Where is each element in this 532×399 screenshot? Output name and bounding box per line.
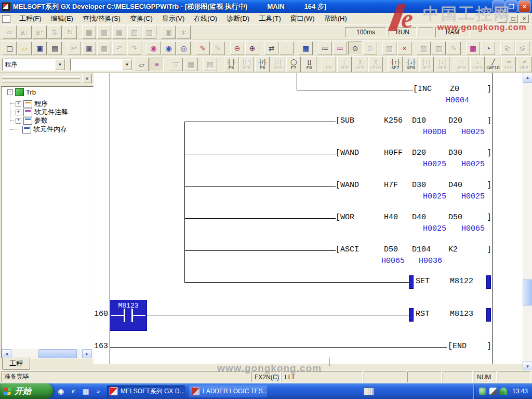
ladder-symbol-sF7[interactable]: ┤↑├sF7 <box>388 57 403 72</box>
toolbar-button-new-project[interactable]: ▢ <box>3 42 17 55</box>
toolbar-button-new-window[interactable]: ▱ <box>135 58 149 71</box>
taskbar-item-ladder-logic-test[interactable]: LADDER LOGIC TES... <box>189 385 267 397</box>
toolbar-button-zoom-in[interactable]: ⊕ <box>245 42 259 55</box>
toolbar-button-paste[interactable]: ▦ <box>97 42 111 55</box>
toolbar-button-macro-registration[interactable]: ▽ <box>169 58 183 71</box>
toolbar-button-cut[interactable]: ✂ <box>67 42 81 55</box>
start-button[interactable]: 开始 <box>0 383 53 399</box>
ladder-symbol-sF9[interactable]: │sF9 <box>337 57 352 72</box>
ladder-symbol-aF7[interactable]: ┤↑├aF7 <box>419 57 434 72</box>
toolbar-button-write-during-run[interactable]: ✎ <box>211 42 225 55</box>
ladder-symbol-F8[interactable]: [ ]F8 <box>302 57 316 72</box>
ladder-editor[interactable]: [INC Z0 ] H0004 [SUB K256 D10 D20 ] H00D… <box>94 73 523 364</box>
toolbar-button-scan-time-monitor[interactable]: ◔ <box>481 42 495 55</box>
scrollbar-thumb[interactable] <box>38 349 77 358</box>
ladder-symbol-aF5[interactable]: ↑aF5 <box>455 57 469 72</box>
ladder-symbol-F7[interactable]: ◯F7 <box>286 57 301 72</box>
toolbar-button-find-device-prev[interactable]: a↑ <box>33 25 47 39</box>
toolbar-button-project-data-list[interactable]: ≔ <box>318 42 332 55</box>
toolbar-button-edit-sfc[interactable]: ▨ <box>432 42 446 55</box>
ladder-symbol-F10[interactable]: ═F10 <box>501 57 516 72</box>
expand-icon[interactable]: + <box>16 101 21 107</box>
vertical-scrollbar[interactable]: ▲ ▼ <box>523 73 532 370</box>
menu-window[interactable]: 窗口(W) <box>286 13 320 24</box>
toolbar-button-ladder-monitor[interactable]: ◉ <box>147 42 161 55</box>
toolbar-button-device-use-list[interactable]: ▩ <box>97 25 111 39</box>
scroll-up-icon[interactable]: ▲ <box>523 73 532 83</box>
clock[interactable]: 13:43 <box>512 388 528 395</box>
toolbar-button-macro-utilize[interactable]: ▦ <box>184 58 198 71</box>
toolbar-button-label-program[interactable]: ▤ <box>203 58 217 71</box>
quicklaunch-icon-1[interactable]: ◉ <box>56 387 65 396</box>
toolbar-button-device-batch-monitor[interactable]: ◎ <box>177 42 191 55</box>
toolbar-button-project-tree-toggle[interactable]: ≡ <box>150 58 164 71</box>
device-search-combo[interactable]: ▼ <box>70 59 132 71</box>
toolbar-button-program-edit[interactable]: ✎ <box>196 42 210 55</box>
expand-icon[interactable]: + <box>16 110 21 115</box>
menu-diagnostics[interactable]: 诊断(D) <box>222 13 254 24</box>
chevron-down-icon[interactable]: ▼ <box>55 59 65 70</box>
tray-icon-umbrella[interactable] <box>500 388 507 395</box>
scrollbar-thumb[interactable] <box>523 280 532 305</box>
toolbar-button-entry-data-monitor[interactable]: ◉ <box>162 42 176 55</box>
menu-project[interactable]: 工程(F) <box>15 13 46 24</box>
close-button[interactable]: × <box>518 1 530 12</box>
internet-explorer-icon[interactable]: e <box>69 387 78 396</box>
mdi-child-icon[interactable] <box>2 15 10 23</box>
mdi-close-button[interactable]: × <box>520 15 529 23</box>
tree-item-program[interactable]: + 程序 <box>16 100 48 108</box>
ladder-symbol-F5[interactable]: ┤ ├F5 <box>224 57 238 72</box>
toolbar-button-verify[interactable]: ◌ <box>280 42 294 55</box>
tree-item-root[interactable]: - Trb <box>7 88 36 96</box>
tree-item-device-comment[interactable]: + 软元件注释 <box>16 108 68 116</box>
toolbar-button-step-stop[interactable]: ≶ <box>515 42 529 55</box>
toolbar-button-cross-reference-list[interactable]: ▦ <box>82 25 96 39</box>
ladder-symbol-F6[interactable]: ┤/├F6 <box>255 57 270 72</box>
taskbar-item-gx-developer[interactable]: MELSOFT系列 GX D... <box>107 385 185 397</box>
ladder-symbol-cF9[interactable]: ╳cF9 <box>353 57 367 72</box>
toolbar-button-print-list[interactable]: ▣ <box>162 25 176 39</box>
ladder-symbol-aF8[interactable]: ┤↓├aF8 <box>435 57 449 72</box>
toolbar-button-redo[interactable]: ↷ <box>127 42 141 55</box>
expand-icon[interactable]: + <box>16 118 21 124</box>
mdi-minimize-button[interactable]: – <box>498 15 507 23</box>
ladder-symbol-aF9[interactable]: ≠aF9 <box>517 57 531 72</box>
quicklaunch-icon-3[interactable]: ▦ <box>81 387 90 396</box>
tray-icon-1[interactable] <box>479 388 486 395</box>
toolbar-button-monitor-mode[interactable]: ⊙ <box>348 42 362 55</box>
toolbar-button-delete-line[interactable]: ▥ <box>127 25 141 39</box>
minimize-button[interactable]: – <box>493 1 504 12</box>
menu-help[interactable]: 帮助(H) <box>320 13 352 24</box>
toolbar-button-stop-monitor[interactable]: × <box>397 42 411 55</box>
toolbar-button-find[interactable]: ∞ <box>3 25 17 39</box>
menu-edit[interactable]: 编辑(E) <box>46 13 78 24</box>
program-select-combo[interactable]: 程序 ▼ <box>2 59 65 71</box>
toolbar-button-find-instruction[interactable]: ↻ <box>63 25 77 39</box>
toolbar-button-copy[interactable]: ▣ <box>82 42 96 55</box>
toolbar-button-open-project[interactable]: ▱ <box>18 42 32 55</box>
ladder-symbol-cF10[interactable]: ╳cF10 <box>368 57 383 72</box>
ladder-symbol-sF5[interactable]: ┤P├sF5 <box>240 57 254 72</box>
toolbar-button-undo[interactable]: ↶ <box>112 42 126 55</box>
toolbar-button-edit-comment[interactable]: ✎ <box>447 42 461 55</box>
toolbar-button-cut-rung[interactable]: ▧ <box>142 25 156 39</box>
toolbar-button-ladder-logic-test[interactable]: ▦ <box>299 42 313 55</box>
menu-tools[interactable]: 工具(T) <box>254 13 286 24</box>
scroll-right-icon[interactable]: ► <box>82 349 92 358</box>
project-tab[interactable]: 工程 <box>2 357 30 370</box>
toolbar-button-print[interactable]: ▤ <box>48 42 62 55</box>
collapse-icon[interactable]: - <box>7 89 13 95</box>
toolbar-button-read-mode[interactable]: ▧ <box>382 42 396 55</box>
toolbar-button-monitor-write-mode[interactable]: ⊙ <box>363 42 377 55</box>
panel-close-icon[interactable]: × <box>82 74 92 83</box>
restore-button[interactable]: ❐ <box>506 1 517 12</box>
ladder-symbol-sF6[interactable]: ┤/├sF6 <box>271 57 285 72</box>
quicklaunch-overflow-chevron[interactable]: » <box>94 387 103 396</box>
toolbar-button-pc-transfer[interactable]: ⇄ <box>264 42 278 55</box>
tray-icon-2[interactable] <box>489 388 497 395</box>
menu-convert[interactable]: 变换(C) <box>125 13 157 24</box>
toolbar-button-find-step-no[interactable]: ⇅ <box>48 25 62 39</box>
keyboard-layout-icon[interactable] <box>363 388 374 395</box>
chevron-down-icon[interactable]: ▼ <box>122 59 132 70</box>
toolbar-button-device-comment-edit[interactable]: ≕ <box>333 42 347 55</box>
